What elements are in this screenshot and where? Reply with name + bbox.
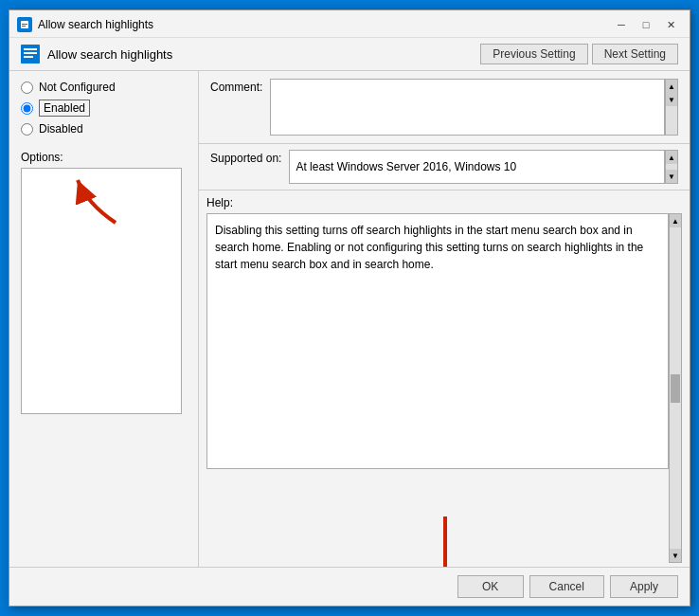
enabled-label: Enabled	[39, 100, 90, 117]
next-setting-button[interactable]: Next Setting	[592, 44, 678, 64]
title-bar: Allow search highlights ─ □ ✕	[9, 10, 690, 38]
supported-scroll-down[interactable]: ▼	[666, 170, 677, 183]
title-bar-left: Allow search highlights	[17, 17, 153, 32]
supported-label: Supported on:	[210, 150, 281, 165]
comment-scrollbar: ▲ ▼	[665, 79, 678, 136]
not-configured-label: Not Configured	[39, 81, 116, 94]
supported-scrollbar: ▲ ▼	[665, 150, 678, 184]
header-title: Allow search highlights	[47, 47, 172, 62]
window-controls: ─ □ ✕	[610, 16, 682, 33]
svg-rect-6	[24, 52, 37, 54]
cancel-button[interactable]: Cancel	[529, 575, 604, 598]
disabled-radio[interactable]	[21, 123, 33, 136]
dialog-icon	[17, 17, 32, 32]
svg-rect-3	[22, 26, 26, 27]
previous-setting-button[interactable]: Previous Setting	[480, 44, 587, 64]
scroll-down-arrow[interactable]: ▼	[666, 93, 677, 106]
help-scroll-up[interactable]: ▲	[670, 214, 681, 227]
left-panel: Not Configured Enabled Disabled Options:	[9, 71, 199, 567]
not-configured-option[interactable]: Not Configured	[21, 81, 187, 94]
supported-section: Supported on: At least Windows Server 20…	[199, 144, 690, 190]
enabled-radio[interactable]	[21, 102, 33, 115]
ok-button[interactable]: OK	[457, 575, 524, 598]
svg-rect-5	[24, 48, 37, 50]
disabled-option[interactable]: Disabled	[21, 122, 187, 136]
navigation-buttons: Previous Setting Next Setting	[480, 44, 678, 64]
footer: OK Cancel Apply	[9, 567, 690, 606]
options-box	[21, 168, 182, 414]
options-section: Options:	[21, 151, 187, 414]
comment-label: Comment:	[210, 79, 262, 136]
help-scrollbar: ▲ ▼	[669, 213, 682, 563]
comment-textarea[interactable]	[270, 79, 665, 136]
comment-section: Comment: ▲ ▼	[199, 71, 690, 144]
supported-value: At least Windows Server 2016, Windows 10	[289, 150, 665, 184]
maximize-button[interactable]: □	[635, 16, 657, 33]
help-text: Disabling this setting turns off search …	[215, 224, 643, 271]
svg-rect-2	[22, 24, 27, 25]
enabled-option[interactable]: Enabled	[21, 100, 187, 117]
help-content: Disabling this setting turns off search …	[206, 213, 682, 563]
not-configured-radio[interactable]	[21, 82, 33, 94]
scroll-up-arrow[interactable]: ▲	[666, 80, 677, 93]
help-label: Help:	[206, 196, 682, 209]
options-label: Options:	[21, 151, 187, 164]
allow-search-highlights-dialog: Allow search highlights ─ □ ✕ Allow sear…	[9, 9, 690, 607]
help-scroll-down[interactable]: ▼	[670, 549, 681, 562]
svg-rect-7	[24, 56, 33, 58]
supported-scroll-up[interactable]: ▲	[666, 151, 677, 164]
disabled-label: Disabled	[39, 122, 83, 136]
dialog-title: Allow search highlights	[38, 18, 153, 31]
help-text-box: Disabling this setting turns off search …	[206, 213, 669, 469]
header-left: Allow search highlights	[21, 45, 172, 63]
minimize-button[interactable]: ─	[610, 16, 633, 33]
apply-button[interactable]: Apply	[610, 575, 678, 598]
header-icon	[21, 45, 40, 63]
radio-group: Not Configured Enabled Disabled	[21, 81, 187, 136]
close-button[interactable]: ✕	[659, 16, 682, 33]
right-panel: Comment: ▲ ▼ Supported on: At least Wind…	[199, 71, 690, 567]
header-bar: Allow search highlights Previous Setting…	[9, 38, 690, 71]
